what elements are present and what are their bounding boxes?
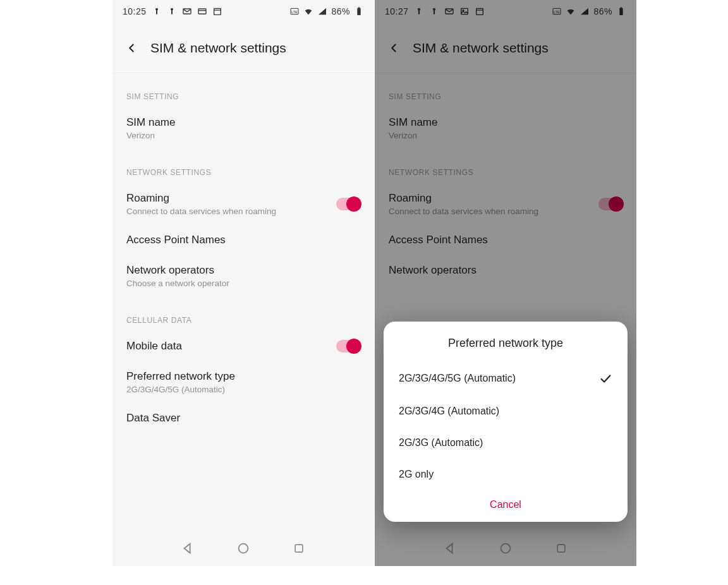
svg-rect-14	[295, 545, 303, 552]
nav-back-button[interactable]	[180, 541, 195, 556]
row-operators[interactable]: Network operators Choose a network opera…	[112, 255, 374, 297]
roaming-sub: Connect to data services when roaming	[126, 207, 276, 216]
status-time: 10:27	[385, 6, 409, 16]
dialog-option-label: 2G/3G/4G (Automatic)	[399, 406, 499, 417]
svg-rect-1	[156, 10, 157, 15]
mail-icon	[182, 6, 192, 16]
svg-rect-5	[198, 9, 206, 14]
card-icon	[197, 6, 207, 16]
row-mobile-data[interactable]: Mobile data	[112, 331, 374, 361]
row-apn[interactable]: Access Point Names	[112, 225, 374, 255]
sim-name-value: Verizon	[389, 131, 437, 140]
section-sim-label: SIM SETTING	[375, 73, 636, 107]
calendar-icon	[212, 6, 222, 16]
row-apn[interactable]: Access Point Names	[375, 225, 636, 255]
key-icon	[152, 6, 162, 16]
svg-rect-27	[621, 7, 622, 8]
section-cellular-label: CELLULAR DATA	[112, 297, 374, 331]
roaming-toggle[interactable]	[336, 198, 360, 210]
ops-title: Network operators	[126, 264, 229, 277]
mobile-data-title: Mobile data	[126, 340, 182, 353]
nav-recents-button[interactable]	[554, 541, 569, 556]
row-preferred-network[interactable]: Preferred network type 2G/3G/4G/5G (Auto…	[112, 361, 374, 403]
saver-title: Data Saver	[126, 412, 180, 425]
svg-rect-12	[358, 7, 360, 8]
svg-point-13	[239, 544, 248, 553]
dialog-option-label: 2G only	[399, 469, 434, 480]
svg-rect-16	[418, 10, 420, 15]
calendar-icon	[475, 6, 485, 16]
signal-icon	[317, 6, 327, 16]
signal-icon	[579, 6, 590, 16]
svg-rect-3	[171, 10, 173, 15]
key-icon	[167, 6, 177, 16]
nav-home-button[interactable]	[236, 541, 251, 556]
image-icon	[459, 6, 470, 16]
dialog-option-label: 2G/3G/4G/5G (Automatic)	[399, 373, 516, 384]
svg-rect-11	[357, 8, 360, 15]
dialog-option-label: 2G/3G (Automatic)	[399, 437, 483, 449]
sim-name-title: SIM name	[389, 116, 437, 129]
row-data-saver[interactable]: Data Saver	[112, 403, 374, 433]
svg-rect-22	[476, 8, 483, 15]
ops-sub: Choose a network operator	[126, 279, 229, 288]
back-button[interactable]	[386, 40, 401, 56]
svg-text:LTE: LTE	[292, 10, 298, 14]
key-icon	[414, 6, 424, 16]
row-roaming[interactable]: Roaming Connect to data services when ro…	[375, 183, 636, 225]
phone-left: 10:25 LTE 86% SIM & network settings SIM	[112, 0, 374, 566]
status-battery-pct: 86%	[331, 6, 350, 16]
row-operators[interactable]: Network operators	[375, 255, 636, 286]
svg-text:LTE: LTE	[554, 10, 561, 14]
pref-title: Preferred network type	[126, 370, 235, 383]
nav-bar	[375, 531, 636, 566]
roaming-toggle[interactable]	[598, 198, 622, 210]
row-sim-name[interactable]: SIM name Verizon	[375, 107, 636, 149]
ops-title: Network operators	[389, 264, 476, 277]
dialog-option-1[interactable]: 2G/3G/4G (Automatic)	[384, 395, 628, 427]
sim-name-title: SIM name	[126, 116, 175, 129]
section-network-label: NETWORK SETTINGS	[112, 149, 374, 183]
roaming-sub: Connect to data services when roaming	[389, 207, 538, 216]
sim-name-value: Verizon	[126, 131, 175, 140]
status-time: 10:25	[123, 6, 147, 16]
section-network-label: NETWORK SETTINGS	[375, 149, 636, 183]
svg-rect-18	[434, 10, 435, 15]
nav-home-button[interactable]	[498, 541, 513, 556]
lte-icon: LTE	[552, 6, 562, 16]
svg-point-28	[501, 544, 511, 553]
app-bar: SIM & network settings	[112, 23, 374, 73]
dialog-title: Preferred network type	[384, 337, 628, 361]
status-bar: 10:27 LTE 86%	[375, 0, 636, 23]
battery-icon	[616, 6, 626, 16]
nav-back-button[interactable]	[442, 541, 458, 556]
battery-icon	[354, 6, 364, 16]
wifi-icon	[566, 6, 576, 16]
row-roaming[interactable]: Roaming Connect to data services when ro…	[112, 183, 374, 225]
section-sim-label: SIM SETTING	[112, 73, 374, 107]
dialog-option-2[interactable]: 2G/3G (Automatic)	[384, 427, 628, 459]
svg-rect-29	[557, 545, 565, 552]
row-sim-name[interactable]: SIM name Verizon	[112, 107, 374, 149]
wifi-icon	[303, 6, 313, 16]
mobile-data-toggle[interactable]	[336, 340, 360, 353]
status-bar: 10:25 LTE 86%	[112, 0, 374, 23]
check-icon	[598, 371, 612, 385]
mail-icon	[444, 6, 454, 16]
svg-rect-20	[461, 8, 468, 14]
roaming-title: Roaming	[126, 192, 276, 205]
pref-sub: 2G/3G/4G/5G (Automatic)	[126, 385, 235, 394]
dialog-option-0[interactable]: 2G/3G/4G/5G (Automatic)	[384, 361, 628, 395]
preferred-network-dialog: Preferred network type 2G/3G/4G/5G (Auto…	[384, 322, 628, 522]
lte-icon: LTE	[289, 6, 300, 16]
svg-rect-7	[214, 8, 221, 15]
nav-recents-button[interactable]	[291, 541, 306, 556]
dialog-cancel-button[interactable]: Cancel	[384, 490, 628, 516]
nav-bar	[112, 531, 374, 566]
apn-title: Access Point Names	[389, 234, 488, 246]
page-title: SIM & network settings	[413, 40, 549, 56]
back-button[interactable]	[124, 40, 139, 56]
phone-right: 10:27 LTE 86% SIM & network settings SIM	[375, 0, 636, 566]
dialog-option-3[interactable]: 2G only	[384, 459, 628, 490]
app-bar: SIM & network settings	[375, 23, 636, 73]
